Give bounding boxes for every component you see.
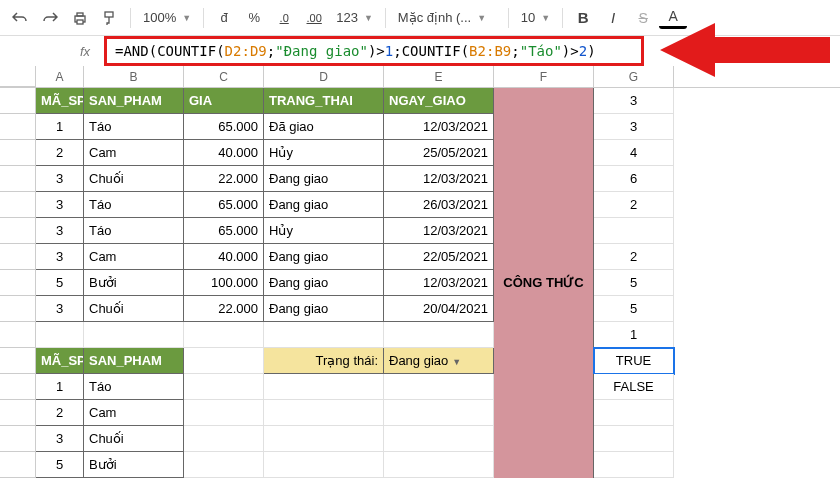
cell[interactable]: 22.000 <box>184 296 264 322</box>
percent-button[interactable]: % <box>240 4 268 32</box>
cell[interactable]: Đã giao <box>264 114 384 140</box>
cell[interactable]: 12/03/2021 <box>384 270 494 296</box>
col-header[interactable]: F <box>494 66 594 87</box>
formula-input[interactable]: =AND(COUNTIF(D2:D9;"Đang giao")>1;COUNTI… <box>104 36 644 66</box>
cell[interactable] <box>184 374 264 400</box>
row-header[interactable] <box>0 270 36 296</box>
cell[interactable]: Chuối <box>84 426 184 452</box>
col-header[interactable]: A <box>36 66 84 87</box>
row-header[interactable] <box>0 140 36 166</box>
cell[interactable]: 1 <box>36 114 84 140</box>
cell[interactable]: 100.000 <box>184 270 264 296</box>
cell[interactable]: 2 <box>594 244 674 270</box>
cell[interactable]: 65.000 <box>184 218 264 244</box>
cell[interactable]: 3 <box>594 88 674 114</box>
italic-button[interactable]: I <box>599 4 627 32</box>
cell[interactable] <box>264 322 384 348</box>
zoom-dropdown[interactable]: 100%▼ <box>137 10 197 25</box>
currency-button[interactable]: đ <box>210 4 238 32</box>
cell[interactable] <box>594 452 674 478</box>
formula-result-cell[interactable]: TRUE <box>594 348 674 374</box>
cell[interactable] <box>384 400 494 426</box>
cell[interactable]: 4 <box>594 140 674 166</box>
cell[interactable] <box>594 426 674 452</box>
cell[interactable] <box>494 374 594 400</box>
cell[interactable] <box>184 452 264 478</box>
cell[interactable] <box>36 322 84 348</box>
row-header[interactable] <box>0 426 36 452</box>
row-header[interactable] <box>0 296 36 322</box>
cell[interactable]: Đang giao <box>264 270 384 296</box>
row-header[interactable] <box>0 114 36 140</box>
strike-button[interactable]: S <box>629 4 657 32</box>
cell[interactable] <box>594 218 674 244</box>
cell[interactable]: 3 <box>36 166 84 192</box>
cell[interactable] <box>494 218 594 244</box>
cell[interactable] <box>264 374 384 400</box>
cell[interactable]: 3 <box>36 218 84 244</box>
cell[interactable]: 65.000 <box>184 114 264 140</box>
cell[interactable]: Đang giao <box>264 192 384 218</box>
print-button[interactable] <box>66 4 94 32</box>
cell[interactable]: 40.000 <box>184 244 264 270</box>
cell[interactable]: 6 <box>594 166 674 192</box>
cell[interactable]: 3 <box>36 426 84 452</box>
cell[interactable]: 20/04/2021 <box>384 296 494 322</box>
cell[interactable] <box>384 322 494 348</box>
cell[interactable]: Cam <box>84 140 184 166</box>
cell[interactable]: 22.000 <box>184 166 264 192</box>
cell[interactable] <box>264 426 384 452</box>
cell[interactable]: Táo <box>84 192 184 218</box>
row-header[interactable] <box>0 322 36 348</box>
cell[interactable]: 2 <box>36 140 84 166</box>
row-header[interactable] <box>0 192 36 218</box>
cell[interactable]: Táo <box>84 114 184 140</box>
cell[interactable]: 5 <box>594 296 674 322</box>
font-dropdown[interactable]: Mặc định (...▼ <box>392 10 502 25</box>
row-header[interactable] <box>0 244 36 270</box>
cell[interactable]: 5 <box>36 452 84 478</box>
cell[interactable] <box>494 348 594 374</box>
cell[interactable] <box>494 244 594 270</box>
cell[interactable]: Hủy <box>264 218 384 244</box>
cell[interactable]: 12/03/2021 <box>384 218 494 244</box>
cell[interactable]: Cam <box>84 400 184 426</box>
cell[interactable] <box>494 322 594 348</box>
row-header[interactable] <box>0 374 36 400</box>
col-header[interactable]: B <box>84 66 184 87</box>
cell[interactable]: 22/05/2021 <box>384 244 494 270</box>
cell[interactable]: 3 <box>36 244 84 270</box>
redo-button[interactable] <box>36 4 64 32</box>
cell[interactable] <box>184 400 264 426</box>
cell[interactable] <box>494 426 594 452</box>
paint-format-button[interactable] <box>96 4 124 32</box>
cell[interactable]: 3 <box>594 114 674 140</box>
cell[interactable]: SAN_PHAM <box>84 88 184 114</box>
cell[interactable]: 65.000 <box>184 192 264 218</box>
cell[interactable]: 40.000 <box>184 140 264 166</box>
cell[interactable] <box>494 452 594 478</box>
cell[interactable]: 2 <box>36 400 84 426</box>
cell[interactable] <box>264 452 384 478</box>
cell[interactable]: Hủy <box>264 140 384 166</box>
cell[interactable] <box>494 114 594 140</box>
col-header[interactable]: E <box>384 66 494 87</box>
cell[interactable] <box>184 348 264 374</box>
cell[interactable]: Bưởi <box>84 270 184 296</box>
cell[interactable]: GIA <box>184 88 264 114</box>
cell[interactable]: TRANG_THAI <box>264 88 384 114</box>
cell[interactable]: Bưởi <box>84 452 184 478</box>
cell-cong-thuc[interactable]: CÔNG THỨC <box>494 270 594 296</box>
decrease-decimal-button[interactable]: .0 <box>270 4 298 32</box>
more-formats-dropdown[interactable]: 123▼ <box>330 10 379 25</box>
row-header[interactable] <box>0 452 36 478</box>
col-header[interactable]: D <box>264 66 384 87</box>
cell[interactable]: 2 <box>594 192 674 218</box>
cell[interactable]: Cam <box>84 244 184 270</box>
cell[interactable]: Táo <box>84 374 184 400</box>
bold-button[interactable]: B <box>569 4 597 32</box>
cell[interactable]: 3 <box>36 296 84 322</box>
cell[interactable] <box>184 322 264 348</box>
row-header[interactable] <box>0 88 36 114</box>
cell[interactable]: 5 <box>594 270 674 296</box>
